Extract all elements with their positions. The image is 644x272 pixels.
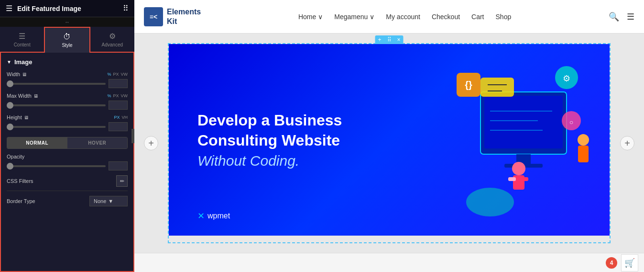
menu-nav-icon[interactable]: ☰: [627, 11, 634, 22]
move-arrows-icon: ↔: [65, 19, 70, 25]
width-value-input[interactable]: [109, 79, 128, 88]
height-slider-row: [7, 122, 128, 131]
width-slider-row: [7, 79, 128, 88]
monitor-small-icon3: 🖥: [24, 115, 29, 120]
hero-add-button[interactable]: +: [375, 35, 384, 44]
hamburger-icon[interactable]: ☰: [6, 4, 12, 13]
logo-text: Elements Kit: [167, 7, 201, 25]
nav-link-cart[interactable]: Cart: [471, 13, 484, 21]
plus-left-icon: +: [148, 138, 154, 149]
hero-container[interactable]: + ⠿ × ✏ Develop a Business Consulting We…: [168, 43, 611, 243]
height-label-row: Height 🖥 PX VH: [7, 114, 128, 120]
bottom-bar: 4 🛒: [134, 253, 644, 272]
max-width-unit-px[interactable]: PX: [113, 93, 119, 98]
logo-icon: ≡<: [144, 7, 163, 26]
content-tab-icon: ☰: [19, 32, 25, 41]
nav-link-home[interactable]: Home ∨: [298, 13, 323, 21]
logo: ≡< Elements Kit: [144, 7, 201, 26]
height-slider[interactable]: [7, 126, 106, 128]
opacity-label: Opacity: [7, 154, 24, 159]
nav-icons: 🔍 ☰: [609, 11, 634, 22]
css-filters-row: CSS Filters ✏: [7, 175, 128, 187]
tabs-row: ☰ Content ⏱ Style ⚙ Advanced: [0, 27, 134, 53]
hero-brand-logo: ✕ wpmet: [197, 211, 230, 221]
tab-advanced[interactable]: ⚙ Advanced: [90, 27, 134, 52]
image-section-header: ▼ Image: [7, 58, 128, 66]
max-width-units: % PX VW: [107, 93, 128, 98]
notification-badge: 4: [606, 257, 617, 269]
add-section-left-button[interactable]: +: [144, 136, 158, 150]
border-type-label: Border Type: [7, 198, 35, 204]
svg-text:○: ○: [569, 118, 573, 126]
hero-text: Develop a Business Consulting Website Wi…: [197, 111, 342, 169]
height-unit-vh[interactable]: VH: [121, 115, 128, 120]
border-select-arrow: ▼: [108, 198, 113, 204]
add-section-right-button[interactable]: +: [620, 136, 634, 150]
max-width-value-input[interactable]: [109, 101, 128, 110]
height-label: Height 🖥: [7, 114, 29, 120]
normal-hover-toggle: NORMAL HOVER: [7, 137, 128, 149]
svg-text:{}: {}: [465, 79, 472, 90]
search-nav-icon[interactable]: 🔍: [609, 11, 619, 22]
move-handle[interactable]: ↔: [0, 17, 134, 27]
panel-header-left: ☰ Edit Featured Image: [6, 4, 81, 13]
monitor-small-icon: 🖥: [22, 72, 27, 77]
svg-rect-16: [521, 177, 528, 181]
nav-link-checkout[interactable]: Checkout: [432, 13, 460, 21]
megamenu-chevron-icon: ∨: [370, 13, 374, 21]
section-collapse-arrow[interactable]: ▼: [7, 59, 11, 65]
svg-rect-1: [484, 96, 563, 148]
css-filters-edit-button[interactable]: ✏: [116, 175, 128, 187]
svg-point-19: [466, 188, 514, 216]
svg-rect-15: [508, 177, 516, 181]
width-slider[interactable]: [7, 83, 106, 85]
width-unit-px[interactable]: PX: [113, 72, 119, 77]
tab-style[interactable]: ⏱ Style: [44, 27, 90, 53]
hover-toggle-btn[interactable]: HOVER: [67, 137, 128, 148]
canvas-area: + + ⠿ × ✏ Develop a Business Consulting …: [134, 34, 644, 253]
nav-link-shop[interactable]: Shop: [496, 13, 512, 21]
normal-toggle-btn[interactable]: NORMAL: [7, 137, 67, 148]
panel-title: Edit Featured Image: [17, 5, 81, 12]
max-width-unit-percent[interactable]: %: [107, 93, 111, 98]
width-unit-percent[interactable]: %: [107, 72, 111, 77]
max-width-label: Max Width 🖥: [7, 93, 38, 99]
hero-move-button[interactable]: ⠿: [384, 35, 394, 44]
advanced-tab-icon: ⚙: [109, 32, 116, 41]
max-width-control: Max Width 🖥 % PX VW: [7, 93, 128, 110]
svg-point-17: [578, 134, 589, 146]
svg-text:⚙: ⚙: [563, 74, 570, 83]
opacity-value-input[interactable]: [109, 161, 128, 170]
hero-element-toolbar: + ⠿ ×: [375, 35, 403, 44]
svg-rect-18: [578, 146, 589, 162]
plus-right-icon: +: [624, 138, 630, 149]
svg-rect-20: [480, 78, 514, 97]
hero-title: Develop a Business Consulting Website: [197, 111, 342, 150]
border-type-row: Border Type None ▼: [7, 191, 128, 206]
height-value-input[interactable]: [109, 122, 128, 131]
nav-link-myaccount[interactable]: My account: [386, 13, 420, 21]
panel-body: ▼ Image Width 🖥 % PX VW: [0, 53, 134, 272]
panel-header: ☰ Edit Featured Image ⠿: [0, 0, 134, 17]
width-unit-vw[interactable]: VW: [121, 72, 128, 77]
max-width-slider[interactable]: [7, 104, 106, 106]
svg-point-13: [512, 162, 525, 175]
style-tab-icon: ⏱: [63, 33, 71, 41]
hero-illustration: {} ⚙ ○: [442, 54, 595, 216]
home-chevron-icon: ∨: [318, 13, 323, 21]
border-type-select[interactable]: None ▼: [89, 196, 128, 206]
opacity-slider-row: [7, 161, 128, 170]
opacity-slider[interactable]: [7, 165, 106, 167]
cart-icon-button[interactable]: 🛒: [621, 254, 638, 272]
opacity-label-row: Opacity: [7, 154, 128, 159]
grid-icon[interactable]: ⠿: [123, 4, 129, 13]
navbar: ≡< Elements Kit Home ∨ Megamenu ∨ My acc…: [134, 0, 644, 34]
height-unit-px[interactable]: PX: [114, 115, 120, 120]
tab-content[interactable]: ☰ Content: [0, 27, 44, 52]
max-width-unit-vw[interactable]: VW: [121, 93, 128, 98]
hero-delete-button[interactable]: ×: [394, 35, 404, 44]
right-content: ≡< Elements Kit Home ∨ Megamenu ∨ My acc…: [134, 0, 644, 272]
css-filters-label: CSS Filters: [7, 178, 33, 184]
width-control: Width 🖥 % PX VW: [7, 71, 128, 88]
nav-link-megamenu[interactable]: Megamenu ∨: [334, 13, 374, 21]
